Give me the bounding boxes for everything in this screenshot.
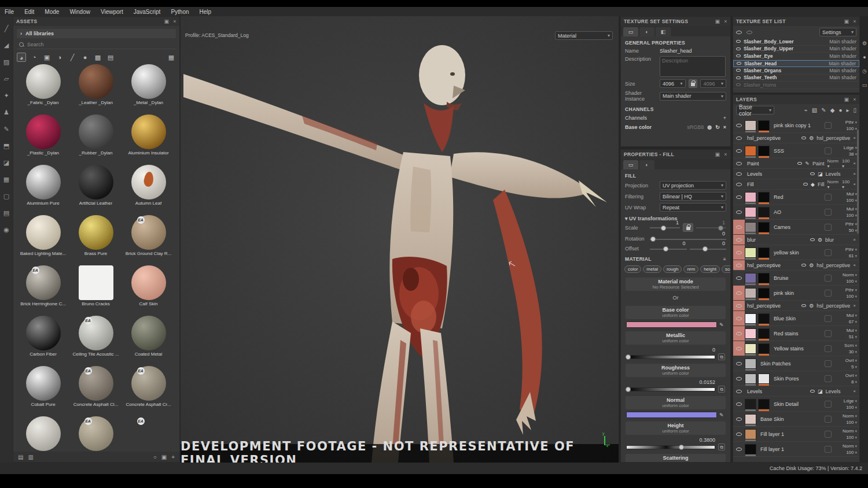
layer-name[interactable]: Skin Pores bbox=[774, 376, 825, 382]
layer-row[interactable]: Levels ◪ Levels ▾ ▾ × bbox=[733, 386, 859, 397]
layer-visibility-eye-icon[interactable] bbox=[736, 390, 742, 393]
eraser-tool-icon[interactable]: ◢ bbox=[2, 41, 11, 49]
add-paint-layer-icon[interactable]: ✎ bbox=[821, 107, 826, 113]
layer-thumbnail[interactable] bbox=[745, 343, 756, 354]
layer-row[interactable]: Carnes Pthr50 Carnes Pthr ▾ 50 ▾ bbox=[733, 220, 859, 235]
filter-textures-icon[interactable]: ▩ bbox=[93, 53, 102, 62]
effect-visibility-eye-icon[interactable] bbox=[801, 304, 806, 307]
layer-row[interactable]: Skin Patches Ovrl5 Skin Patches Ovrl ▾ 5… bbox=[733, 356, 859, 371]
channel-mode-box[interactable]: Base color uniform color bbox=[625, 305, 726, 320]
effect-visibility-eye-icon[interactable] bbox=[803, 183, 808, 186]
dock-settings-icon[interactable]: ⚙ bbox=[862, 40, 867, 46]
channel-mode-box[interactable]: Normal uniform color bbox=[625, 395, 726, 410]
layer-blend-opacity[interactable]: Norm100 bbox=[834, 428, 859, 441]
remove-effect-icon[interactable]: × bbox=[853, 237, 856, 242]
layer-row[interactable]: pink skin copy 1 Pthr100 pink skin copy … bbox=[733, 118, 859, 133]
texture-set-row[interactable]: Slasher_Horns bbox=[733, 82, 859, 89]
expose-parameter-icon[interactable]: ⧉ bbox=[718, 386, 725, 393]
layer-row[interactable]: Levels ◪ Levels ▾ ▾ × bbox=[733, 169, 859, 179]
expose-parameter-icon[interactable]: ⧉ bbox=[718, 353, 725, 360]
layer-thumbnail[interactable] bbox=[745, 288, 756, 298]
scale-lock-button[interactable] bbox=[683, 223, 693, 232]
texture-set-shader[interactable]: Main shader bbox=[829, 46, 856, 51]
layer-name[interactable]: Levels bbox=[747, 389, 796, 394]
layer-name[interactable]: SSS bbox=[774, 148, 825, 154]
material-item[interactable]: _Leather _Dylan bbox=[69, 62, 122, 112]
layer-blend-opacity[interactable]: Mul51 bbox=[834, 327, 859, 340]
layer-name[interactable]: Fill layer 1 bbox=[760, 446, 825, 452]
texture-set-shader[interactable]: Main shader bbox=[829, 39, 856, 45]
layer-thumbnail[interactable] bbox=[745, 273, 756, 283]
layer-name[interactable]: hsl_perceptive bbox=[747, 135, 788, 141]
texture-set-row[interactable]: Slasher_Body_Upper Main shader bbox=[733, 46, 859, 53]
layer-row[interactable]: Base Skin Norm100 Base Skin Norm ▾ 100 ▾ bbox=[733, 412, 859, 427]
close-panel-icon[interactable]: × bbox=[724, 19, 727, 24]
effect-visibility-eye-icon[interactable] bbox=[801, 264, 806, 267]
channel-slider[interactable] bbox=[626, 386, 715, 392]
channel-value[interactable]: 0 bbox=[621, 347, 715, 353]
layer-mask-thumbnail[interactable] bbox=[758, 343, 770, 354]
smudge-tool-icon[interactable]: ✦ bbox=[2, 91, 11, 99]
channel-value[interactable]: 0.0152 bbox=[621, 379, 715, 385]
channel-filter-select[interactable]: Base color bbox=[736, 106, 774, 114]
size-lock-button[interactable] bbox=[689, 79, 698, 88]
layer-visibility-eye-icon[interactable] bbox=[736, 183, 742, 186]
layer-visibility-eye-icon[interactable] bbox=[736, 432, 742, 436]
layer-visibility-eye-icon[interactable] bbox=[736, 251, 742, 254]
filter-alphas-icon[interactable]: ● bbox=[80, 53, 90, 62]
float-panel-icon[interactable]: ▣ bbox=[844, 97, 849, 102]
texture-set-row[interactable]: Slasher_Teeth Main shader bbox=[733, 75, 859, 82]
layer-blend-opacity[interactable]: Norm100 bbox=[834, 272, 859, 284]
layer-row[interactable]: Yellow stains Scrn30 Yellow stains Scrn … bbox=[733, 341, 859, 356]
show-all-icon[interactable] bbox=[736, 31, 742, 34]
layer-thumbnail[interactable] bbox=[745, 192, 756, 202]
layer-mask-thumbnail[interactable] bbox=[758, 247, 770, 258]
layer-blend-opacity[interactable]: Ldge100 bbox=[834, 398, 859, 411]
solo-icon[interactable] bbox=[746, 31, 752, 34]
layer-visibility-eye-icon[interactable] bbox=[736, 347, 742, 350]
layer-name[interactable]: Paint bbox=[747, 161, 784, 167]
visibility-eye-icon[interactable] bbox=[736, 40, 741, 43]
layer-row[interactable]: Fill Norm100 ◆ Fill Norm ▾ 100 ▾ × bbox=[733, 179, 859, 190]
material-item[interactable]: Cobalt Pure bbox=[17, 364, 69, 414]
3d-viewport[interactable]: Profile: ACES_Standard_Log Material DEVE… bbox=[181, 16, 619, 463]
layer-row[interactable]: Bruise Norm100 Bruise Norm ▾ 100 ▾ bbox=[733, 271, 859, 286]
material-item[interactable]: EA Brick Herringbone C... bbox=[17, 263, 69, 313]
channel-toggle-button[interactable]: color bbox=[624, 265, 641, 273]
layer-thumbnail[interactable] bbox=[745, 358, 756, 369]
layer-visibility-eye-icon[interactable] bbox=[736, 332, 742, 335]
layer-blend-opacity[interactable]: Ovrl8 bbox=[834, 372, 859, 385]
visibility-eye-icon[interactable] bbox=[737, 62, 741, 65]
add-effect-icon[interactable]: ⌁ bbox=[804, 107, 808, 113]
texture-set-row[interactable]: Slasher_Eye Main shader bbox=[733, 53, 859, 60]
thumbnail-size-icon[interactable]: ○ bbox=[153, 454, 157, 460]
brush-tool-icon[interactable]: ╱ bbox=[2, 24, 11, 32]
channel-toggle-button[interactable]: scatt bbox=[722, 265, 731, 273]
texture-set-row[interactable]: Slasher_Organs Main shader bbox=[733, 67, 859, 75]
rotation-slider[interactable] bbox=[650, 236, 726, 242]
channel-format-value[interactable]: sRGB8 bbox=[687, 124, 704, 130]
remove-effect-icon[interactable]: × bbox=[853, 263, 856, 268]
layer-row[interactable]: yellow skin Pthr61 yellow skin Pthr ▾ 61… bbox=[733, 245, 859, 260]
texture-set-name-value[interactable]: Slasher_head bbox=[660, 48, 692, 54]
layer-row[interactable]: pink skin Pthr100 pink skin Pthr ▾ 100 ▾ bbox=[733, 286, 859, 301]
layer-name[interactable]: pink skin copy 1 bbox=[774, 123, 825, 128]
channel-slider[interactable] bbox=[626, 354, 715, 360]
layer-mask-thumbnail[interactable] bbox=[758, 374, 770, 384]
remove-effect-icon[interactable]: × bbox=[853, 171, 856, 176]
effect-name[interactable]: blur bbox=[825, 237, 834, 243]
add-mask-icon[interactable]: ▧ bbox=[812, 107, 817, 113]
channel-mode-box[interactable]: Metallic uniform color bbox=[625, 331, 726, 345]
layer-name[interactable]: Bruise bbox=[774, 275, 825, 281]
menu-item[interactable]: Window bbox=[69, 9, 90, 15]
layer-blend-opacity[interactable]: Ldge38 bbox=[834, 145, 859, 157]
material-item[interactable]: Artificial Leather bbox=[69, 162, 122, 213]
tsl-settings-select[interactable]: Settings bbox=[819, 28, 856, 36]
layer-thumbnail[interactable] bbox=[745, 444, 756, 454]
visibility-eye-icon[interactable] bbox=[736, 69, 741, 72]
filter-environments-icon[interactable]: ▤ bbox=[106, 53, 115, 62]
filter-filters-icon[interactable]: ◑ bbox=[55, 53, 64, 62]
tab-fill-properties-icon[interactable]: ▭ bbox=[623, 160, 638, 169]
layer-visibility-eye-icon[interactable] bbox=[736, 276, 742, 280]
layer-visibility-eye-icon[interactable] bbox=[736, 136, 742, 140]
